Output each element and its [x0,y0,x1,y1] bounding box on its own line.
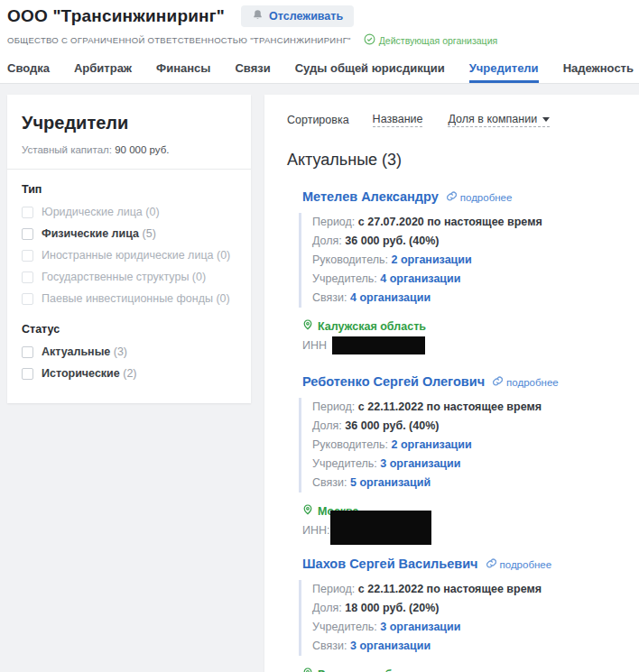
company-full-name: ОБЩЕСТВО С ОГРАНИЧЕННОЙ ОТВЕТСТВЕННОСТЬЮ… [7,35,351,45]
org-count-link[interactable]: 4 организации [380,272,460,285]
tab-svyazi[interactable]: Связи [235,56,270,83]
redacted-inn [330,511,431,545]
filter-option-label: Государственные структуры (0) [42,271,206,283]
track-button-label: Отслеживать [269,10,343,23]
founders-panel: Сортировка Название Доля в компании Акту… [264,95,639,672]
filter-option-label: Юридические лица (0) [42,206,160,218]
detail-row: Доля: 36 000 руб. (40%) [312,232,630,251]
checkbox[interactable] [22,368,33,380]
detail-row: Учредитель: 3 организации [312,618,630,637]
tab-nadezhnost[interactable]: Надежность [563,56,634,83]
detail-row: Период: с 22.11.2022 по настоящее время [312,580,630,599]
type-group-title: Тип [22,183,236,196]
detail-row: Связи: 5 организаций [312,474,630,492]
checkbox[interactable] [22,272,33,283]
tab-finansy[interactable]: Финансы [156,56,210,83]
capital-label: Уставный капитал: [22,144,112,155]
detail-row: Доля: 18 000 руб. (20%) [312,599,630,618]
tab-svodka[interactable]: Сводка [7,56,50,83]
detail-row: Период: с 22.11.2022 по настоящее время [312,398,630,417]
map-pin-icon [302,667,313,672]
filter-option-label: Иностранные юридические лица (0) [42,249,230,262]
org-count-link[interactable]: 2 организации [392,253,472,266]
detail-row: Связи: 3 организации [312,637,630,656]
location-link[interactable]: Калужская область [302,319,426,333]
checkbox[interactable] [22,250,33,262]
detail-row: Руководитель: 2 организации [312,251,630,270]
filter-option-actual[interactable]: Актуальные (3) [22,345,236,358]
map-pin-icon [302,319,313,333]
tab-sudy[interactable]: Суды общей юрисдикции [295,56,445,83]
org-count-link[interactable]: 5 организаций [350,476,431,489]
founder-card: Реботенко Сергей Олегович подробнее Пери… [302,374,630,537]
track-button[interactable]: Отслеживать [241,5,354,27]
company-title: ООО "Трансинжиниринг" [7,6,225,26]
sort-by-share-link[interactable]: Доля в компании [448,113,550,127]
filter-option-state-structures[interactable]: Государственные структуры (0) [22,271,236,283]
filter-option-investment-funds[interactable]: Паевые инвестиционные фонды (0) [22,292,236,305]
inn-row: ИНН [302,339,630,354]
filters-sidebar: Учредители Уставный капитал: 90 000 руб.… [7,95,251,403]
checkbox[interactable] [22,228,33,240]
detail-row: Руководитель: 2 организации [312,436,630,455]
detail-row: Период: с 27.07.2020 по настоящее время [312,213,630,232]
filter-option-foreign-entities[interactable]: Иностранные юридические лица (0) [22,249,236,262]
link-icon [493,376,503,388]
chevron-down-icon [542,117,550,122]
filter-option-label: Паевые инвестиционные фонды (0) [42,292,230,305]
details-link[interactable]: подробнее [447,191,513,203]
page-header: ООО "Трансинжиниринг" Отслеживать ОБЩЕСТ… [0,0,639,84]
org-count-link[interactable]: 3 организации [380,457,460,470]
tab-bar: Сводка Арбитраж Финансы Связи Суды общей… [7,56,639,83]
map-pin-icon [302,504,313,518]
status-badge-label: Действующая организация [379,35,497,46]
founder-name-link[interactable]: Метелев Александру [302,189,439,204]
details-link[interactable]: подробнее [493,376,559,388]
detail-row: Связи: 4 организации [312,289,630,308]
capital-value: 90 000 руб. [115,144,169,155]
detail-row: Доля: 36 000 руб. (40%) [312,417,630,436]
org-count-link[interactable]: 2 организации [392,438,472,451]
org-count-link[interactable]: 3 организации [350,640,431,652]
status-group-title: Статус [22,323,236,336]
checkbox[interactable] [22,207,33,218]
founder-name-link[interactable]: Шахов Сергей Васильевич [302,557,478,571]
filter-option-label: Исторические (2) [42,367,137,380]
location-link[interactable]: Рязанская область [302,667,424,672]
section-actual-heading: Актуальные (3) [287,151,630,170]
filter-option-label: Физические лица (5) [42,227,156,240]
status-badge: Действующая организация [364,33,497,47]
filter-option-label: Актуальные (3) [42,345,127,358]
detail-row: Учредитель: 4 организации [312,270,630,289]
checkbox[interactable] [22,293,33,305]
filter-option-legal-entities[interactable]: Юридические лица (0) [22,206,236,218]
founder-name-link[interactable]: Реботенко Сергей Олегович [302,374,485,389]
org-count-link[interactable]: 4 организации [350,291,431,304]
tab-arbitrazh[interactable]: Арбитраж [74,56,132,83]
founder-card: Шахов Сергей Васильевич подробнее Период… [302,557,630,672]
details-link[interactable]: подробнее [486,558,552,570]
bell-icon [252,9,264,23]
link-icon [486,558,496,570]
sidebar-divider [7,169,251,170]
check-circle-icon [364,33,375,47]
tab-uchrediteli[interactable]: Учредители [469,56,539,83]
redacted-inn [332,336,425,354]
link-icon [447,191,457,203]
checkbox[interactable] [22,346,33,358]
sort-label: Сортировка [287,114,349,126]
filter-option-individuals[interactable]: Физические лица (5) [22,227,236,240]
sidebar-title: Учредители [22,113,236,133]
detail-row: Учредитель: 3 организации [312,455,630,474]
capital-line: Уставный капитал: 90 000 руб. [22,144,236,155]
filter-option-historical[interactable]: Исторические (2) [22,367,236,380]
sort-by-name-link[interactable]: Название [373,113,423,127]
org-count-link[interactable]: 3 организации [380,621,460,633]
sort-row: Сортировка Название Доля в компании [287,113,630,127]
founder-card: Метелев Александру подробнее Период: с 2… [302,189,630,354]
